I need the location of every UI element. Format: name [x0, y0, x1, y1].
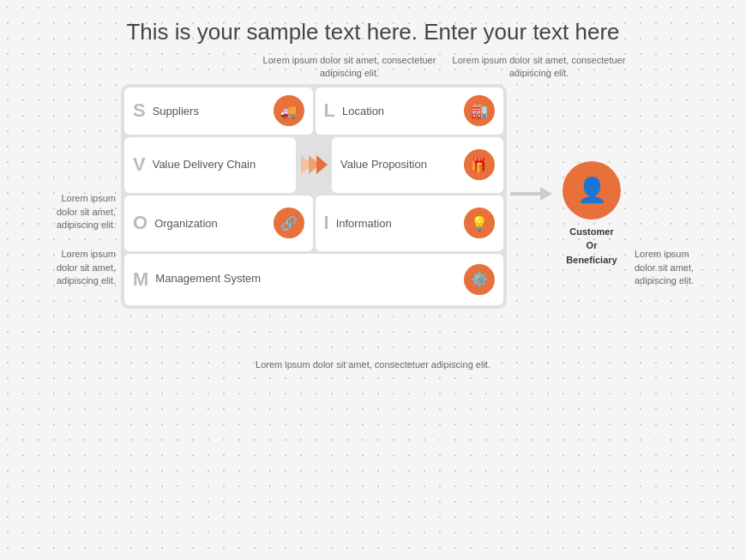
customer-area: 👤 CustomerOrBeneficiary [557, 161, 626, 268]
right-arrow [510, 187, 552, 201]
icon-location: 🏭 [464, 95, 495, 126]
left-label-middle: Lorem ipsumdolor sit amet,adipiscing eli… [17, 184, 116, 240]
text-information: Information [336, 217, 464, 230]
icon-suppliers: 🚚 [274, 95, 304, 126]
text-value-delivery: Value Delivery Chain [153, 158, 287, 172]
icon-value: 🎁 [464, 149, 495, 180]
letter-i: I [324, 212, 329, 234]
text-suppliers: Suppliers [153, 105, 274, 117]
letter-o: O [133, 212, 147, 234]
cell-value-delivery: V Value Delivery Chain [124, 137, 296, 193]
cell-information: I Information 💡 [316, 196, 504, 251]
cell-suppliers: S Suppliers 🚚 [124, 87, 313, 135]
letter-v: V [133, 154, 146, 176]
text-value-proposition: Value Proposition [340, 158, 464, 172]
icon-management: ⚙️ [464, 264, 495, 295]
main-title: This is your sample text here. Enter you… [0, 0, 746, 54]
cell-location: L Location 🏭 [316, 87, 504, 135]
text-organization: Organization [154, 217, 273, 230]
text-management: Management System [155, 272, 464, 286]
letter-s: S [133, 99, 146, 122]
top-label-left: Lorem ipsum dolor sit amet, consectetuer… [257, 54, 442, 81]
letter-l: L [324, 99, 335, 122]
left-label-bottom: Lorem ipsumdolor sit amet,adipiscing eli… [17, 240, 116, 296]
icon-organization: 🔗 [274, 208, 304, 238]
right-label-info: Lorem ipsumdolor sit amet,adipiscing eli… [635, 240, 720, 296]
cell-organization: O Organization 🔗 [124, 196, 313, 251]
customer-circle: 👤 [563, 161, 621, 220]
chevrons-divider [298, 137, 329, 193]
icon-information: 💡 [464, 208, 495, 238]
bottom-label: Lorem ipsum dolor sit amet, consectetuer… [0, 358, 746, 372]
letter-m: M [133, 268, 148, 291]
top-label-right: Lorem ipsum dolor sit amet, consectetuer… [447, 54, 631, 81]
cell-value-proposition: Value Proposition 🎁 [332, 137, 503, 193]
left-label-spacer [17, 137, 116, 184]
customer-label: CustomerOrBeneficiary [566, 225, 617, 268]
cell-management: M Management System ⚙️ [124, 254, 503, 305]
text-location: Location [342, 105, 464, 117]
